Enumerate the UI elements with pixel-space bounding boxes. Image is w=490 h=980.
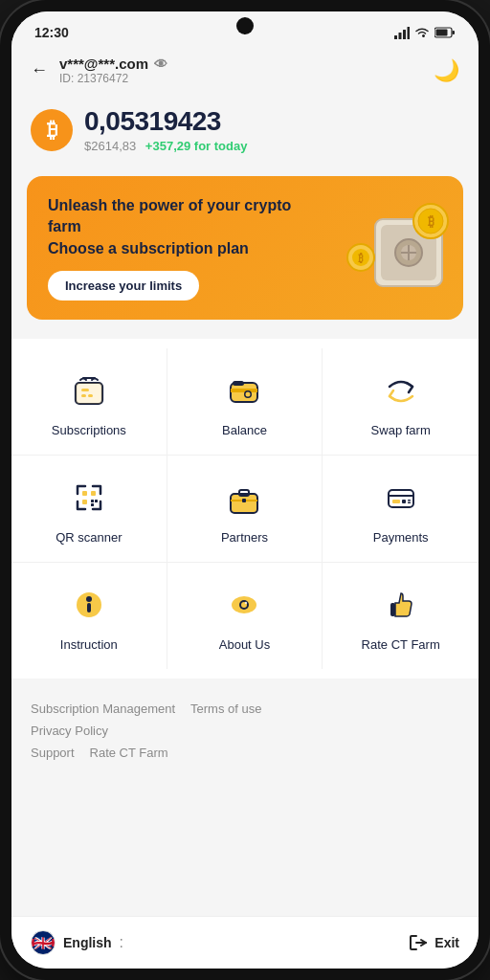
payments-icon [376,473,426,523]
partners-label: Partners [221,530,268,545]
footer-row-1: Subscription Management Terms of use [31,702,459,716]
grid-item-subscriptions[interactable]: Subscriptions [11,348,167,456]
svg-rect-41 [242,499,246,502]
grid-item-instruction[interactable]: Instruction [11,563,167,669]
phone-frame: 12:30 [0,0,490,980]
grid-item-balance[interactable]: Balance [167,348,323,456]
footer-row-2: Privacy Policy [31,724,459,738]
scroll-content: ← v***@***.com 👁 ID: 21376472 🌙 ₿ [11,46,479,916]
svg-text:₿: ₿ [358,253,364,264]
svg-rect-31 [82,491,87,496]
svg-rect-23 [81,394,86,397]
btc-icon: ₿ [31,109,73,151]
balance-section: ₿ 0,05319423 $2614,83 +357,29 for today [11,99,479,168]
svg-rect-50 [87,603,91,612]
subscriptions-icon [64,366,114,415]
back-button[interactable]: ← [31,60,48,80]
svg-rect-42 [389,490,413,507]
status-time: 12:30 [34,25,69,40]
exit-button[interactable]: Exit [408,932,459,953]
svg-rect-22 [81,389,89,391]
footer-links: Subscription Management Terms of use Pri… [11,686,479,783]
instruction-icon [64,580,114,630]
terms-of-use-link[interactable]: Terms of use [190,702,261,716]
svg-rect-33 [82,500,87,504]
header: ← v***@***.com 👁 ID: 21376472 🌙 [11,46,479,99]
svg-rect-27 [231,389,257,392]
signal-icon [394,27,410,39]
promo-text: Unleash the power of your crypto farmCho… [48,195,294,259]
grid-item-payments[interactable]: Payments [323,456,479,563]
promo-button[interactable]: Increase your limits [48,271,199,301]
payments-label: Payments [373,530,429,545]
balance-change: +357,29 for today [145,139,248,153]
partners-icon [219,473,269,523]
battery-icon [434,27,456,38]
subscriptions-label: Subscriptions [52,423,126,437]
instruction-label: Instruction [60,637,118,652]
svg-rect-44 [392,500,400,503]
balance-label: Balance [222,423,267,437]
about-us-label: About Us [219,637,270,652]
about-us-icon [219,580,269,630]
eye-icon[interactable]: 👁 [154,56,167,72]
wifi-icon [414,27,430,38]
svg-rect-35 [95,500,98,502]
grid-item-qr-scanner[interactable]: QR scanner [11,456,167,563]
balance-info: 0,05319423 $2614,83 +357,29 for today [84,106,247,153]
support-link[interactable]: Support [31,746,75,760]
svg-text:₿: ₿ [428,213,434,229]
grid-item-about-us[interactable]: About Us [167,563,323,669]
svg-point-29 [246,392,251,397]
grid-item-partners[interactable]: Partners [167,456,323,563]
svg-rect-0 [394,35,397,39]
svg-rect-3 [408,27,411,39]
phone-screen: 12:30 [11,11,479,969]
svg-rect-24 [88,394,93,397]
theme-toggle-button[interactable]: 🌙 [434,58,459,83]
grid-container: Subscriptions [11,339,479,679]
svg-point-54 [245,602,247,604]
grid-item-swap-farm[interactable]: Swap farm [323,348,479,456]
user-email: v***@***.com 👁 [59,56,167,72]
grid-section: Subscriptions [11,339,479,679]
swap-farm-icon [376,366,426,415]
subscription-management-link[interactable]: Subscription Management [31,702,175,716]
language-label: English [63,935,112,950]
coin-stack-illustration: ₿ ₿ [346,200,461,296]
qr-scanner-icon [64,473,114,523]
footer-row-3: Support Rate CT Farm [31,746,459,760]
svg-rect-2 [403,30,406,39]
exit-icon [408,932,429,953]
promo-banner: Unleash the power of your crypto farmCho… [27,176,463,320]
user-info: v***@***.com 👁 ID: 21376472 [59,56,167,85]
qr-scanner-label: QR scanner [56,530,122,545]
svg-rect-47 [408,502,411,504]
rate-ct-farm-label: Rate CT Farm [362,637,440,652]
svg-rect-1 [399,33,402,39]
balance-icon [219,366,269,415]
promo-image: ₿ ₿ [337,176,463,320]
rate-ct-farm-footer-link[interactable]: Rate CT Farm [90,746,168,760]
svg-rect-55 [390,603,395,616]
user-id: ID: 21376472 [59,72,167,85]
status-icons [394,27,456,39]
flag-icon: 🇬🇧 [31,930,56,955]
svg-rect-6 [436,30,448,36]
svg-rect-32 [91,491,96,496]
svg-rect-5 [453,31,456,34]
bottom-bar: 🇬🇧 English : Exit [11,916,479,969]
svg-rect-36 [91,503,94,506]
svg-rect-21 [76,383,102,404]
svg-rect-30 [233,381,244,386]
grid-item-rate-ct-farm[interactable]: Rate CT Farm [323,563,479,669]
swap-farm-label: Swap farm [371,423,431,437]
language-selector[interactable]: 🇬🇧 English : [31,930,123,955]
svg-rect-34 [91,500,94,502]
exit-label: Exit [434,935,459,950]
balance-fiat: $2614,83 +357,29 for today [84,139,247,153]
header-left: ← v***@***.com 👁 ID: 21376472 [31,56,167,85]
language-menu-dots[interactable]: : [120,934,123,951]
svg-rect-45 [402,500,406,503]
privacy-policy-link[interactable]: Privacy Policy [31,724,108,738]
